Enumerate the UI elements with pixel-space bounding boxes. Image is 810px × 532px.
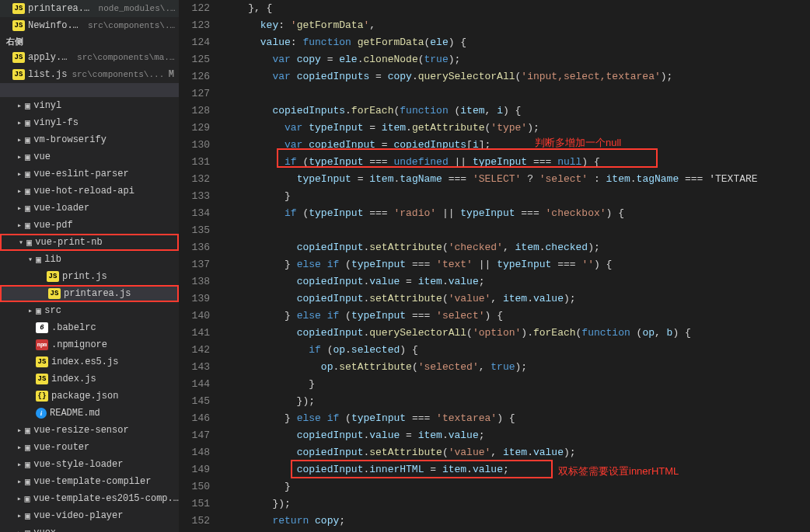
code-line[interactable]: var copiedInput = copiedInputs[i]; [224, 137, 810, 154]
code-line[interactable]: if (typeInput === 'radio' || typeInput =… [224, 205, 810, 222]
code-line[interactable]: } else if (typeInput === 'select') { [224, 308, 810, 325]
open-editor-item[interactable]: JS Newinfo.js src\components\... [0, 17, 179, 34]
file-label: list.js [28, 69, 67, 80]
tree-label: vinyl-fs [33, 117, 79, 128]
code-line[interactable]: typeInput = item.tagName === 'SELECT' ? … [224, 171, 810, 188]
code-line[interactable]: copiedInput.innerHTML = item.value; [224, 461, 810, 478]
tree-item-vinyl-fs[interactable]: ▸▣vinyl-fs [0, 114, 179, 131]
tree-item-vue-template-es2015-comp---[interactable]: ▸▣vue-template-es2015-comp... [0, 490, 179, 507]
code-line[interactable]: value: function getFormData(ele) { [224, 34, 810, 51]
line-number: 142 [179, 342, 210, 359]
folder-icon: ▣ [26, 237, 32, 249]
tree-label: vue-print-nb [35, 237, 102, 248]
tree-item-vuex[interactable]: ▸▣vuex [0, 524, 179, 532]
line-number: 126 [179, 68, 210, 85]
line-number: 140 [179, 308, 210, 325]
tree-label: vuex [33, 527, 56, 532]
code-line[interactable]: var copy = ele.cloneNode(true); [224, 51, 810, 68]
tree-item-vm-browserify[interactable]: ▸▣vm-browserify [0, 131, 179, 148]
code-line[interactable]: copiedInput.setAttribute('checked', item… [224, 239, 810, 256]
code-line[interactable]: if (typeInput === undefined || typeInput… [224, 154, 810, 171]
tree-item-vue[interactable]: ▸▣vue [0, 148, 179, 165]
line-number: 151 [179, 495, 210, 513]
tree-item-index-es5-js[interactable]: JSindex.es5.js [0, 353, 179, 370]
tree-item-vue-resize-sensor[interactable]: ▸▣vue-resize-sensor [0, 422, 179, 439]
open-editor-item[interactable]: JS list.js src\components\... M [0, 66, 179, 83]
code-line[interactable]: }, { [224, 0, 810, 17]
open-editor-item[interactable]: JS printarea.js node_modules\... [0, 0, 179, 17]
code-line[interactable] [224, 85, 810, 103]
folder-icon: ▣ [25, 100, 30, 112]
code-line[interactable]: }); [224, 495, 810, 513]
code-line[interactable]: } [224, 188, 810, 205]
code-line[interactable]: copiedInput.setAttribute('value', item.v… [224, 444, 810, 461]
code-line[interactable]: copiedInput.querySelectorAll('option').f… [224, 325, 810, 342]
code-line[interactable]: var copiedInputs = copy.querySelectorAll… [224, 68, 810, 85]
code-line[interactable]: op.setAttribute('selected', true); [224, 359, 810, 376]
code-line[interactable] [224, 222, 810, 239]
tree-item--npmignore[interactable]: npm.npmignore [0, 336, 179, 353]
tree-item-vue-router[interactable]: ▸▣vue-router [0, 439, 179, 456]
folder-icon: ▣ [25, 527, 30, 533]
tree-item--babelrc[interactable]: 6.babelrc [0, 319, 179, 336]
code-line[interactable]: key: 'getFormData', [224, 17, 810, 34]
code-content[interactable]: }, { key: 'getFormData', value: function… [224, 0, 810, 532]
code-line[interactable]: } else if (typeInput === 'text' || typeI… [224, 256, 810, 273]
folder-icon: ▣ [25, 476, 30, 488]
tree-item-vue-eslint-parser[interactable]: ▸▣vue-eslint-parser [0, 165, 179, 183]
folder-icon: ▣ [25, 203, 30, 214]
file-explorer-sidebar[interactable]: JS printarea.js node_modules\... JS Newi… [0, 0, 179, 532]
tree-item-vue-print-nb[interactable]: ▾▣vue-print-nb [0, 234, 179, 251]
tree-item-vue-video-player[interactable]: ▸▣vue-video-player [0, 507, 179, 524]
line-number: 138 [179, 273, 210, 290]
tree-item-vue-pdf[interactable]: ▸▣vue-pdf [0, 217, 179, 234]
chevron-icon: ▸ [14, 152, 25, 162]
code-line[interactable]: copiedInputs.forEach(function (item, i) … [224, 103, 810, 120]
tree-item-lib[interactable]: ▾▣lib [0, 251, 179, 268]
line-number-gutter: 1221231241251261271281291301311321331341… [179, 0, 224, 532]
code-line[interactable]: copiedInput.value = item.value; [224, 273, 810, 290]
tree-item-vue-template-compiler[interactable]: ▸▣vue-template-compiler [0, 473, 179, 490]
brace-icon: {} [36, 391, 48, 402]
code-line[interactable]: }); [224, 393, 810, 410]
tree-item-README-md[interactable]: iREADME.md [0, 405, 179, 422]
js-icon: JS [47, 271, 59, 282]
tree-item-printarea-js[interactable]: JSprintarea.js [0, 285, 179, 302]
chevron-icon: ▸ [14, 169, 25, 179]
file-path: src\components\ma... [77, 53, 179, 62]
tree-item-src[interactable]: ▸▣src [0, 302, 179, 319]
tree-item-vinyl[interactable]: ▸▣vinyl [0, 97, 179, 114]
code-line[interactable]: var typeInput = item.getAttribute('type'… [224, 120, 810, 137]
tree-label: .babelrc [51, 322, 96, 333]
file-label: apply.js [28, 52, 72, 63]
tree-item-index-js[interactable]: JSindex.js [0, 370, 179, 388]
line-number: 144 [179, 376, 210, 393]
code-line[interactable]: copiedInput.setAttribute('value', item.v… [224, 290, 810, 308]
chevron-icon: ▾ [25, 255, 36, 264]
code-editor[interactable]: 1221231241251261271281291301311321331341… [179, 0, 810, 532]
code-line[interactable]: } [224, 478, 810, 495]
tree-label: vm-browserify [33, 134, 106, 145]
tree-item-vue-loader[interactable]: ▸▣vue-loader [0, 200, 179, 217]
tree-item-package-json[interactable]: {}package.json [0, 388, 179, 405]
code-line[interactable]: if (op.selected) { [224, 342, 810, 359]
code-line[interactable]: } [224, 376, 810, 393]
tree-label: .npmignore [51, 339, 107, 350]
code-line[interactable]: return copy; [224, 513, 810, 530]
tree-label: vue-hot-reload-api [33, 186, 134, 196]
tree-item-vue-hot-reload-api[interactable]: ▸▣vue-hot-reload-api [0, 183, 179, 200]
open-editor-item[interactable]: JS apply.js src\components\ma... [0, 49, 179, 66]
tree-item-print-js[interactable]: JSprint.js [0, 268, 179, 285]
line-number: 137 [179, 256, 210, 273]
line-number: 136 [179, 239, 210, 256]
tree-item-vue-style-loader[interactable]: ▸▣vue-style-loader [0, 456, 179, 473]
line-number: 146 [179, 410, 210, 427]
code-line[interactable]: } else if (typeInput === 'textarea') { [224, 410, 810, 427]
line-number: 139 [179, 290, 210, 308]
js-icon: JS [36, 356, 48, 367]
tree-label: vue [33, 151, 51, 162]
code-line[interactable]: copiedInput.value = item.value; [224, 427, 810, 444]
line-number: 132 [179, 171, 210, 188]
tree-label: src [44, 305, 61, 316]
folder-icon: ▣ [24, 493, 30, 505]
